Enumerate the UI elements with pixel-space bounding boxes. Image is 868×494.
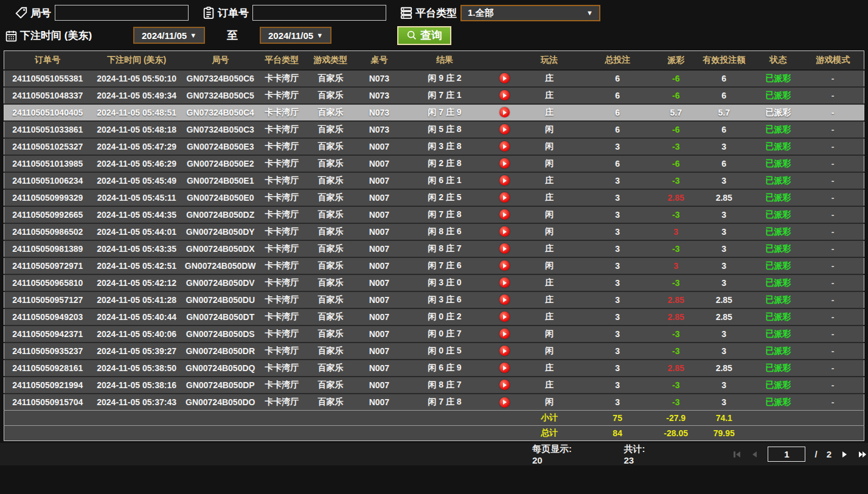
server-stack-icon (400, 6, 413, 19)
platform-type-value: 1.全部 (468, 7, 494, 19)
cell-result: 闲 2 庄 5 (403, 189, 487, 206)
cell-play: 闲 (522, 206, 577, 223)
cell-result: 闲 8 庄 6 (403, 223, 487, 240)
round-number-label: 局号 (30, 6, 51, 20)
table-row[interactable]: 2411050509423712024-11-05 05:40:06GN0072… (4, 325, 864, 343)
cell-total: 6 (577, 104, 658, 121)
play-video-icon[interactable] (499, 192, 510, 203)
date-to-picker[interactable]: 2024/11/05 ▼ (260, 27, 332, 44)
cell-valid: 3 (693, 240, 754, 257)
platform-type-select[interactable]: 1.全部 ▼ (460, 5, 600, 21)
cell-play (487, 394, 522, 411)
play-video-icon[interactable] (499, 243, 510, 254)
table-row[interactable]: 2411050509658102024-11-05 05:42:12GN0072… (4, 274, 864, 291)
cell-round: GN07324B050C6 (182, 70, 259, 87)
first-page-icon[interactable] (732, 450, 742, 459)
play-video-icon[interactable] (499, 141, 510, 151)
cell-mode: - (802, 206, 864, 223)
search-button[interactable]: 查询 (397, 26, 451, 45)
cell-valid: 2.85 (693, 308, 754, 325)
subtotal-payout: -27.9 (658, 411, 693, 426)
table-row[interactable]: 2411050509813892024-11-05 05:43:35GN0072… (4, 240, 864, 257)
cell-status: 已派彩 (754, 121, 802, 138)
next-page-icon[interactable] (839, 450, 849, 459)
cell-mode: - (802, 155, 864, 172)
subtotal-spacer (4, 411, 523, 426)
cell-mode: - (802, 394, 864, 411)
cell-time: 2024-11-05 05:40:44 (91, 308, 182, 325)
cell-play (487, 360, 522, 377)
table-row[interactable]: 2411050509571272024-11-05 05:41:28GN0072… (4, 291, 864, 308)
cell-platform: 卡卡湾厅 (259, 172, 305, 189)
table-row[interactable]: 2411050509993292024-11-05 05:45:11GN0072… (4, 189, 864, 206)
table-row[interactable]: 2411050509926652024-11-05 05:44:35GN0072… (4, 206, 864, 223)
cell-table-no: N073 (356, 70, 403, 87)
cell-total: 3 (577, 240, 658, 257)
last-page-icon[interactable] (857, 450, 868, 459)
previous-page-icon[interactable] (750, 450, 760, 459)
play-video-icon[interactable] (499, 277, 510, 288)
cell-result: 闲 8 庄 7 (403, 377, 487, 394)
play-video-icon[interactable] (499, 397, 510, 408)
play-video-icon[interactable] (499, 90, 510, 100)
table-row[interactable]: 2411050510253272024-11-05 05:47:29GN0072… (4, 138, 864, 155)
cell-round: GN07324B050C5 (182, 87, 259, 104)
cell-payout: 2.85 (658, 360, 693, 377)
cell-time: 2024-11-05 05:44:01 (91, 223, 182, 240)
cell-mode: - (802, 360, 864, 377)
cell-platform: 卡卡湾厅 (259, 343, 305, 360)
cell-play (487, 257, 522, 274)
table-row[interactable]: 2411050509157042024-11-05 05:37:43GN0072… (4, 394, 864, 411)
cell-platform: 卡卡湾厅 (259, 360, 305, 377)
table-row[interactable]: 2411050509281612024-11-05 05:38:50GN0072… (4, 360, 864, 377)
play-video-icon[interactable] (499, 73, 510, 83)
play-video-icon[interactable] (499, 209, 510, 220)
date-from-picker[interactable]: 2024/11/05 ▼ (133, 27, 205, 44)
play-video-icon[interactable] (499, 124, 510, 134)
cell-total: 3 (577, 360, 658, 377)
cell-valid: 2.85 (693, 360, 754, 377)
table-row[interactable]: 2411050509352372024-11-05 05:39:27GN0072… (4, 343, 864, 360)
subtotal-label: 小计 (522, 411, 577, 426)
play-video-icon[interactable] (499, 175, 510, 186)
page-number-input[interactable] (768, 447, 805, 462)
table-row[interactable]: 2411050510553812024-11-05 05:50:10GN0732… (4, 70, 864, 87)
order-number-input[interactable] (252, 5, 386, 21)
tag-icon (15, 6, 28, 19)
play-video-icon[interactable] (499, 226, 510, 237)
play-video-icon[interactable] (499, 294, 510, 305)
play-video-icon[interactable] (499, 158, 510, 169)
cell-valid: 3 (693, 206, 754, 223)
cell-play: 闲 (522, 257, 577, 274)
cell-game: 百家乐 (305, 360, 356, 377)
play-video-icon[interactable] (499, 346, 510, 356)
table-row[interactable]: 2411050509219942024-11-05 05:38:16GN0072… (4, 377, 864, 394)
play-video-icon[interactable] (499, 260, 510, 271)
play-video-icon[interactable] (499, 311, 510, 322)
cell-play (487, 343, 522, 360)
table-row[interactable]: 2411050510062342024-11-05 05:45:49GN0072… (4, 172, 864, 189)
round-number-input[interactable] (55, 5, 189, 21)
play-video-icon[interactable] (499, 363, 510, 373)
play-video-icon[interactable] (499, 107, 510, 117)
cell-table-no: N007 (356, 325, 403, 343)
cell-payout: -3 (658, 206, 693, 223)
table-row[interactable]: 2411050509865022024-11-05 05:44:01GN0072… (4, 223, 864, 240)
cell-status: 已派彩 (754, 325, 802, 343)
cell-payout: 3 (658, 257, 693, 274)
cell-order: 241105051055381 (4, 70, 91, 87)
cell-play (487, 206, 522, 223)
cell-game: 百家乐 (305, 325, 356, 343)
cell-order: 241105050949203 (4, 308, 91, 325)
table-row[interactable]: 2411050510404052024-11-05 05:48:51GN0732… (4, 104, 864, 121)
table-row[interactable]: 2411050510338612024-11-05 05:48:18GN0732… (4, 121, 864, 138)
cell-status: 已派彩 (754, 360, 802, 377)
table-row[interactable]: 2411050509729712024-11-05 05:42:51GN0072… (4, 257, 864, 274)
table-row[interactable]: 2411050510139852024-11-05 05:46:29GN0072… (4, 155, 864, 172)
cell-game: 百家乐 (305, 291, 356, 308)
play-video-icon[interactable] (499, 329, 510, 339)
play-video-icon[interactable] (499, 380, 510, 390)
table-row[interactable]: 2411050510483372024-11-05 05:49:34GN0732… (4, 87, 864, 104)
table-row[interactable]: 2411050509492032024-11-05 05:40:44GN0072… (4, 308, 864, 325)
cell-play (487, 87, 522, 104)
